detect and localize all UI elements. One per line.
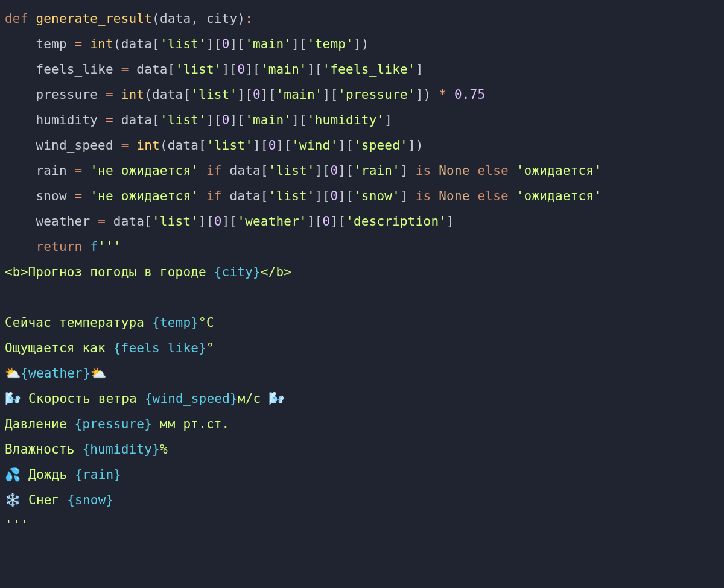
num-0: 0 xyxy=(237,62,245,77)
lbrack: [ xyxy=(183,87,191,102)
key-list: 'list' xyxy=(160,113,206,127)
code-line: feels_like = data['list'][0]['main']['fe… xyxy=(5,62,424,77)
rbrack: ] xyxy=(330,214,338,229)
cloud-sun-icon: ⛅ xyxy=(5,366,21,381)
triple-quote: ''' xyxy=(5,518,28,533)
rbrack: ] xyxy=(307,214,315,229)
lbrace: { xyxy=(21,366,28,381)
id-data: data xyxy=(229,189,260,203)
key-list: 'list' xyxy=(268,163,315,178)
b-tag: b xyxy=(13,265,21,279)
rbrack: ] xyxy=(338,163,346,178)
lbrack: [ xyxy=(330,87,338,102)
rbrack: ] xyxy=(384,113,392,127)
param-city: city xyxy=(206,11,237,26)
key-main: 'main' xyxy=(276,87,323,102)
fs-press-unit: мм рт.ст. xyxy=(152,417,229,431)
cloud-sun-icon: ⛅ xyxy=(91,366,106,381)
id-data: data xyxy=(136,62,167,77)
kw-return: return xyxy=(36,239,82,254)
code-line: weather = data['list'][0]['weather'][0][… xyxy=(5,214,454,229)
var-feels: feels_like xyxy=(36,62,113,77)
kw-def: def xyxy=(5,11,28,26)
id-feels: feels_like xyxy=(121,341,198,355)
lbrack: [ xyxy=(261,189,268,203)
intp-snow: {snow} xyxy=(67,493,113,507)
lbrace: { xyxy=(152,315,160,330)
lbrack: [ xyxy=(237,37,245,51)
lbrace: { xyxy=(214,265,222,279)
wind-icon: 🌬 xyxy=(5,391,21,406)
code-line: ''' xyxy=(5,518,28,533)
rbrace: } xyxy=(144,417,152,431)
lbrack: [ xyxy=(168,62,176,77)
key-wind: 'wind' xyxy=(291,138,338,153)
rbrack: ] xyxy=(229,37,237,51)
num-0: 0 xyxy=(268,138,276,153)
lbrack: [ xyxy=(284,138,291,153)
lbrack: [ xyxy=(237,113,245,127)
rbrack: ] xyxy=(229,113,237,127)
lbrace: { xyxy=(75,467,83,482)
rbrace: } xyxy=(152,442,160,457)
rbrack: ] xyxy=(408,138,416,153)
key-description: 'description' xyxy=(346,214,446,229)
id-data: data xyxy=(152,87,183,102)
key-speed: 'speed' xyxy=(354,138,408,153)
lbrace: { xyxy=(67,493,75,507)
op-eq: = xyxy=(106,87,113,102)
kw-none: None xyxy=(439,163,469,178)
rbrace: } xyxy=(113,467,121,482)
id-rain: rain xyxy=(83,467,113,482)
rbrack: ] xyxy=(400,189,408,203)
rbrack: ] xyxy=(276,138,284,153)
rbrack: ] xyxy=(291,37,299,51)
snowflake-icon: ❄️ xyxy=(5,493,21,507)
lbrace: { xyxy=(75,417,83,431)
rbrace: } xyxy=(106,493,113,507)
param-data: data xyxy=(160,11,191,26)
key-pressure: 'pressure' xyxy=(338,87,415,102)
b-tag: b xyxy=(276,265,284,279)
rbrack: ] xyxy=(237,87,245,102)
triple-quote: ''' xyxy=(98,239,121,254)
key-weather: 'weather' xyxy=(237,214,307,229)
code-editor[interactable]: def generate_result(data, city): temp = … xyxy=(0,0,724,538)
key-humidity: 'humidity' xyxy=(307,113,384,127)
lbrack: [ xyxy=(214,113,222,127)
str-expected: 'ожидается' xyxy=(516,163,602,178)
lbrace: { xyxy=(82,442,90,457)
key-list: 'list' xyxy=(152,214,198,229)
str-expected: 'ожидается' xyxy=(516,189,602,203)
op-mul: * xyxy=(439,87,446,102)
intp-wind: {wind_speed} xyxy=(145,391,238,406)
op-eq: = xyxy=(75,189,83,203)
lbrack: [ xyxy=(323,163,331,178)
key-list: 'list' xyxy=(268,189,315,203)
num-075: 0.75 xyxy=(454,87,485,102)
code-line: humidity = data['list'][0]['main']['humi… xyxy=(5,113,392,127)
code-line: return f''' xyxy=(5,239,121,254)
rbrack: ] xyxy=(446,214,454,229)
lbrack: [ xyxy=(346,189,354,203)
kw-none: None xyxy=(439,189,469,203)
kw-else: else xyxy=(477,189,508,203)
fs-rain: Дождь xyxy=(21,467,75,482)
builtin-int: int xyxy=(121,87,145,102)
code-line: ❄️ Снег {snow} xyxy=(5,493,113,507)
deg-c: °C xyxy=(198,315,214,330)
key-main: 'main' xyxy=(261,62,307,77)
function-name: generate_result xyxy=(36,11,152,26)
code-line: pressure = int(data['list'][0]['main']['… xyxy=(5,87,485,102)
op-eq: = xyxy=(75,163,83,178)
key-list: 'list' xyxy=(206,138,253,153)
num-0: 0 xyxy=(323,214,331,229)
code-line: 💦 Дождь {rain} xyxy=(5,467,121,482)
lparen: ( xyxy=(160,138,168,153)
rbrack: ] xyxy=(291,113,299,127)
lbrack: [ xyxy=(253,62,261,77)
fs-temp: Сейчас температура xyxy=(5,315,152,330)
lbrack: [ xyxy=(206,214,214,229)
lbrack: [ xyxy=(299,37,307,51)
rbrack: ] xyxy=(198,214,206,229)
